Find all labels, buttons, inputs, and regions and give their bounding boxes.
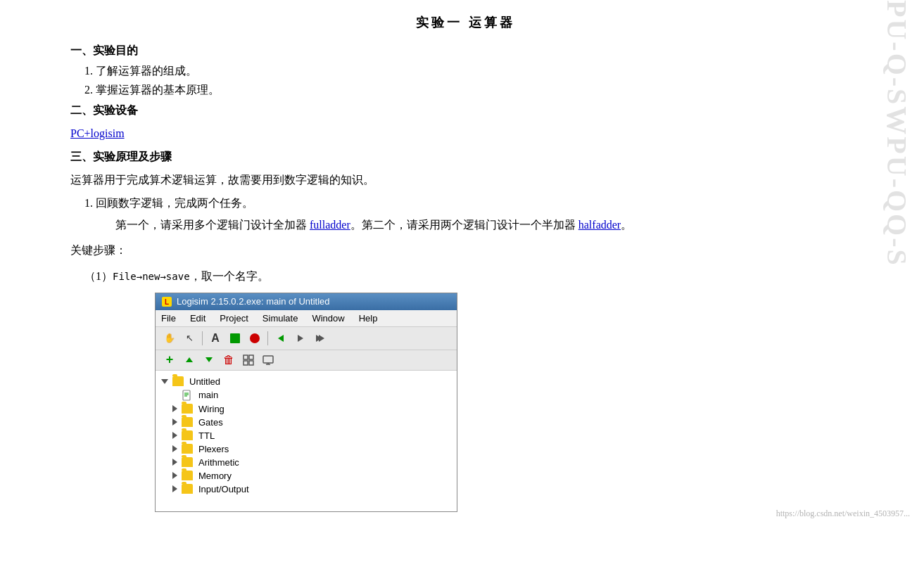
page-title: 实验一 运算器 (70, 14, 861, 31)
tree-node-arithmetic[interactable]: Arithmetic (172, 456, 451, 469)
tree-node-ttl[interactable]: TTL (172, 429, 451, 442)
svg-rect-2 (244, 355, 248, 359)
win-toolbar2: + 🗑 (156, 350, 457, 371)
fulladder-link: fulladder (310, 219, 350, 231)
step1-code: File→new→save (113, 271, 190, 282)
section2-content: PC+logisim (70, 124, 861, 144)
svg-rect-5 (249, 361, 253, 365)
play-arrow-icon (278, 335, 284, 342)
svg-rect-4 (244, 361, 248, 365)
svg-text:L: L (165, 298, 169, 306)
tree-node-memory[interactable]: Memory (172, 469, 451, 482)
section1-item1: 1. 了解运算器的组成。 (84, 64, 861, 79)
halfadder-link: halfadder (578, 219, 621, 231)
up-button[interactable] (181, 352, 198, 369)
memory-label: Memory (198, 471, 232, 481)
arithmetic-expand-icon (172, 459, 177, 466)
win-menubar[interactable]: File Edit Project Simulate Window Help (156, 310, 457, 327)
screen-icon (263, 355, 274, 365)
plexers-folder-icon (182, 444, 193, 454)
memory-folder-icon (182, 471, 193, 480)
section3-item1-detail: 第一个，请采用多个逻辑门设计全加器 fulladder。第二个，请采用两个逻辑门… (70, 215, 861, 236)
wiring-folder-icon (182, 404, 193, 414)
step1: （1）File→new→save，取一个名字。 (84, 267, 861, 287)
section1-heading: 一、实验目的 (70, 44, 861, 58)
tree-node-gates[interactable]: Gates (172, 416, 451, 429)
plexers-expand-icon (172, 445, 177, 452)
win-titlebar: L Logisim 2.15.0.2.exe: main of Untitled (156, 293, 457, 310)
text-tool-button[interactable]: A (207, 330, 224, 347)
plexers-label: Plexers (198, 444, 229, 454)
watermark: PU-Q-SWPU-QQ-S (880, 0, 917, 526)
svg-rect-3 (249, 355, 253, 359)
play-button[interactable] (272, 330, 289, 347)
io-expand-icon (172, 485, 177, 492)
section2-heading: 二、实验设备 (70, 103, 861, 118)
menu-window[interactable]: Window (309, 312, 347, 325)
red-circle-icon (250, 333, 260, 343)
delete-button[interactable]: 🗑 (220, 352, 237, 369)
add-button[interactable]: + (161, 352, 178, 369)
svg-rect-9 (183, 390, 190, 400)
url-watermark: https://blog.csdn.net/weixin_4503957... (776, 509, 910, 519)
toolbar-sep2 (267, 331, 268, 345)
io-label: Input/Output (198, 484, 249, 494)
untitled-folder-icon (172, 376, 184, 386)
ttl-folder-icon (182, 430, 193, 440)
fast-fwd-icon (316, 335, 324, 342)
arithmetic-label: Arithmetic (198, 457, 239, 468)
step-heading: 关键步骤： (70, 241, 861, 261)
main-file-icon (182, 390, 193, 401)
down-arrow-icon (205, 357, 213, 362)
toolbar-sep1 (202, 331, 203, 345)
menu-project[interactable]: Project (217, 312, 251, 325)
logisim-icon: L (161, 296, 172, 307)
step-button[interactable] (292, 330, 309, 347)
fast-fwd-button[interactable] (312, 330, 329, 347)
grid-button[interactable] (240, 352, 257, 369)
section3-para1: 运算器用于完成算术逻辑运算，故需要用到数字逻辑的知识。 (70, 170, 861, 191)
menu-file[interactable]: File (158, 312, 179, 325)
gates-label: Gates (198, 417, 223, 428)
step-icon (298, 335, 303, 342)
tree-node-main[interactable]: main (172, 388, 451, 402)
menu-edit[interactable]: Edit (187, 312, 208, 325)
tree-node-io[interactable]: Input/Output (172, 482, 451, 496)
win-title: Logisim 2.15.0.2.exe: main of Untitled (177, 296, 330, 307)
menu-simulate[interactable]: Simulate (260, 312, 301, 325)
tree-node-plexers[interactable]: Plexers (172, 442, 451, 456)
tree-node-untitled[interactable]: Untitled (161, 375, 451, 388)
down-button[interactable] (201, 352, 217, 369)
menu-help[interactable]: Help (356, 312, 381, 325)
red-circle-button[interactable] (246, 330, 263, 347)
grid-icon (243, 354, 254, 366)
up-arrow-icon (186, 357, 193, 362)
io-folder-icon (182, 484, 193, 494)
gates-expand-icon (172, 418, 177, 426)
green-square-icon1 (230, 333, 240, 343)
main-label: main (198, 390, 218, 400)
wiring-label: Wiring (198, 404, 224, 414)
tree-node-wiring[interactable]: Wiring (172, 402, 451, 416)
ttl-label: TTL (198, 430, 215, 441)
section3-item1: 1. 回顾数字逻辑，完成两个任务。 (84, 196, 861, 211)
arithmetic-folder-icon (182, 457, 193, 467)
memory-expand-icon (172, 472, 177, 479)
ttl-expand-icon (172, 432, 177, 439)
tree-panel: Untitled main Wiring (156, 371, 457, 511)
section1-item2: 2. 掌握运算器的基本原理。 (84, 83, 861, 98)
logisim-window: L Logisim 2.15.0.2.exe: main of Untitled… (155, 293, 457, 512)
hand-tool-button[interactable]: ✋ (161, 330, 178, 347)
untitled-label: Untitled (189, 376, 220, 387)
gates-folder-icon (182, 417, 193, 427)
untitled-expand-icon (161, 379, 168, 384)
section3-heading: 三、实验原理及步骤 (70, 150, 861, 165)
green-sq-button1[interactable] (227, 330, 244, 347)
svg-rect-6 (263, 356, 273, 363)
wiring-expand-icon (172, 405, 177, 412)
win-toolbar: ✋ ↖ A (156, 327, 457, 350)
screen-button[interactable] (260, 352, 277, 369)
cursor-tool-button[interactable]: ↖ (181, 330, 198, 347)
